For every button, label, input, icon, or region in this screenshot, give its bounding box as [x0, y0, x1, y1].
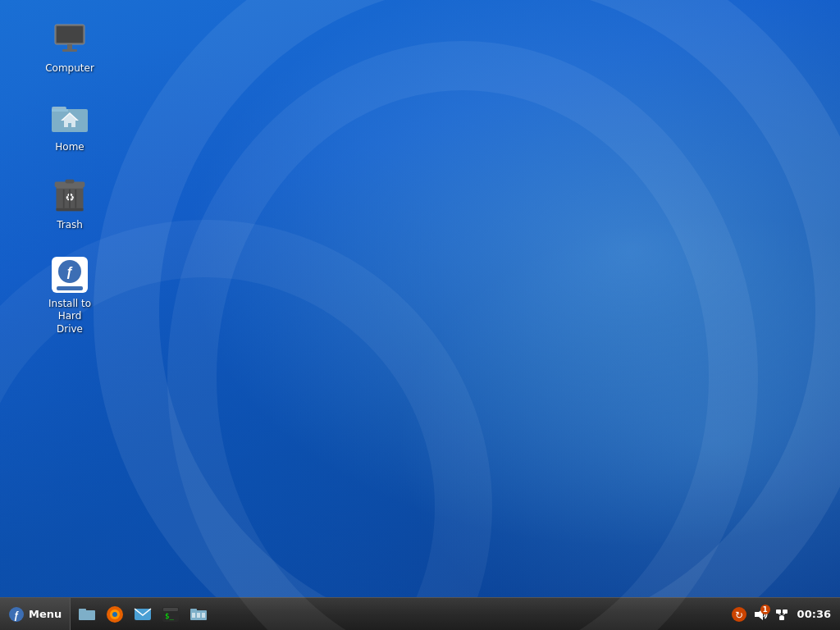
- computer-icon[interactable]: Computer: [33, 16, 107, 79]
- install-icon[interactable]: ƒ Install to Hard Drive: [33, 252, 107, 340]
- svg-line-45: [782, 614, 785, 616]
- desktop: Computer Home: [0, 0, 840, 630]
- trash-icon-image: ♻: [50, 176, 89, 216]
- taskbar-firefox-button[interactable]: [102, 601, 128, 628]
- svg-text:ƒ: ƒ: [14, 609, 20, 621]
- svg-rect-2: [67, 44, 72, 49]
- volume-badge: 1: [760, 605, 770, 614]
- taskbar-filemanager-button[interactable]: [185, 601, 212, 628]
- svg-rect-42: [783, 609, 788, 614]
- clock-time: 00:36: [797, 608, 831, 620]
- computer-icon-image: [50, 20, 89, 59]
- taskbar-email-button[interactable]: [130, 601, 156, 628]
- menu-button[interactable]: ƒ Menu: [0, 598, 71, 630]
- svg-rect-21: [57, 286, 83, 290]
- svg-text:↻: ↻: [735, 609, 743, 621]
- update-tray-icon[interactable]: ↻: [731, 606, 747, 623]
- computer-icon-label: Computer: [45, 62, 94, 75]
- trash-icon[interactable]: ♻ Trash: [33, 173, 107, 235]
- network-tray-icon[interactable]: [774, 606, 790, 623]
- volume-tray-icon[interactable]: 1: [752, 606, 769, 623]
- trash-icon-label: Trash: [57, 219, 83, 232]
- files-icon: [77, 605, 97, 624]
- install-icon-label: Install to Hard Drive: [36, 298, 103, 336]
- firefox-icon: [105, 605, 125, 624]
- svg-rect-43: [779, 616, 784, 620]
- taskbar-apps: $_: [71, 598, 215, 630]
- svg-rect-11: [57, 208, 84, 212]
- menu-label: Menu: [29, 608, 62, 620]
- filemanager-icon: [189, 605, 208, 624]
- install-icon-image: ƒ: [50, 255, 89, 294]
- svg-text:$_: $_: [165, 612, 174, 620]
- svg-rect-41: [776, 609, 781, 614]
- svg-rect-6: [52, 109, 68, 112]
- home-icon-label: Home: [55, 141, 84, 154]
- desktop-icons-area: Computer Home: [33, 16, 107, 340]
- svg-rect-1: [57, 26, 83, 43]
- svg-rect-13: [66, 180, 75, 184]
- svg-text:ƒ: ƒ: [66, 265, 74, 279]
- taskbar: ƒ Menu: [0, 597, 840, 630]
- taskbar-terminal-button[interactable]: $_: [158, 601, 184, 628]
- system-tray: ↻ 1: [724, 598, 840, 630]
- svg-line-44: [778, 614, 782, 616]
- email-icon: [133, 605, 153, 624]
- svg-rect-37: [202, 613, 205, 618]
- svg-rect-36: [197, 613, 200, 618]
- svg-rect-35: [192, 613, 195, 618]
- update-icon: ↻: [731, 606, 747, 623]
- clock-display[interactable]: 00:36: [795, 608, 833, 620]
- home-icon-image: [50, 98, 89, 138]
- svg-point-28: [112, 612, 117, 617]
- svg-rect-3: [62, 49, 77, 52]
- fedora-menu-icon: ƒ: [8, 606, 25, 623]
- home-icon[interactable]: Home: [33, 95, 107, 158]
- taskbar-files-button[interactable]: [74, 601, 100, 628]
- svg-rect-25: [79, 610, 95, 620]
- terminal-icon: $_: [161, 605, 180, 624]
- network-icon: [774, 606, 790, 623]
- svg-rect-31: [163, 608, 178, 611]
